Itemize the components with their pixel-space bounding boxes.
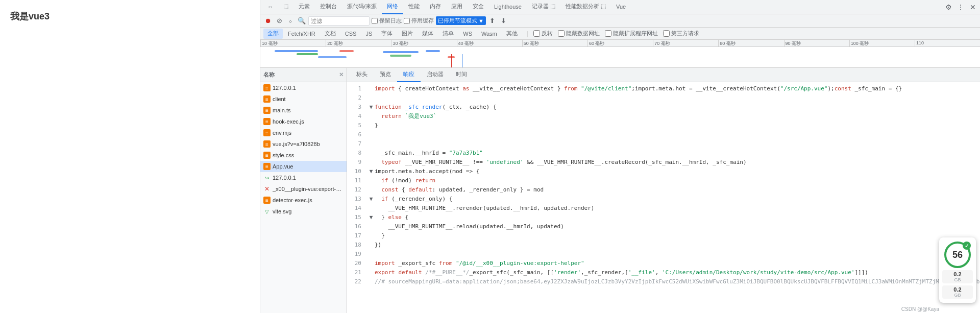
filter-manifest[interactable]: 清单 [438,29,458,39]
perf-score: 56 [952,250,963,260]
preserve-log-checkbox[interactable]: 保留日志 [372,17,402,25]
file-item-x00-plugin[interactable]: ✕ _x00__plugin-vue:export-h... [260,183,347,195]
file-item-vue-js[interactable]: ≡ vue.js?v=a7f0828b [260,138,347,150]
filter-ws[interactable]: WS [459,29,476,39]
tab-timing[interactable]: 时间 [450,68,473,82]
code-line-10: 10 ▼ import.meta.hot.accept(mod => { [347,167,980,176]
tab-security[interactable]: 安全 [468,0,489,14]
record-button[interactable]: ⏺ [263,16,273,26]
clear-button[interactable]: ⊘ [275,16,284,26]
tab-initiator[interactable]: 启动器 [421,68,450,82]
close-devtools-icon[interactable]: ✕ [968,2,978,12]
filter-doc[interactable]: 文档 [321,29,340,39]
hide-data-urls-checkbox[interactable]: 隐藏数据网址 [558,30,600,37]
wf-bar-3 [318,56,347,58]
code-line-6: 6 [347,130,980,139]
filter-toggle-button[interactable]: ⬦ [286,16,295,26]
code-line-22: 22 //# sourceMappingURL=data:application… [347,277,980,286]
search-button[interactable]: 🔍 [297,16,306,26]
export-icon[interactable]: ⬇ [499,16,508,26]
import-icon[interactable]: ⬆ [488,16,497,26]
filter-js[interactable]: JS [361,29,376,39]
tab-inspect[interactable]: ⬚ [278,0,293,14]
file-item-app-vue[interactable]: ≡ App.vue [260,161,347,172]
filter-input[interactable] [308,16,370,26]
file-list-header: 名称 ✕ [260,68,347,82]
throttle-dropdown[interactable]: 已停用节流模式 ▼ [436,16,486,25]
tab-sources[interactable]: 源代码/来源 [342,0,382,14]
file-item-main-ts[interactable]: ≡ main.ts [260,105,347,116]
web-page-panel: 我是vue3 [0,0,260,313]
file-type-icon: ↪ [263,174,271,181]
file-type-icon: ▽ [263,208,271,215]
file-item-127[interactable]: ≡ 127.0.0.1 [260,82,347,93]
filter-wasm[interactable]: Wasm [477,29,501,39]
reverse-checkbox[interactable]: 反转 [533,30,553,37]
tab-network[interactable]: 网络 [382,0,403,14]
code-panel: 标头 预览 响应 启动器 时间 1 import { createHotCont… [347,68,980,313]
wf-bar-1 [275,50,318,52]
tab-headers[interactable]: 标头 [350,68,374,82]
file-type-icon: ✕ [263,185,271,192]
perf-metric-2: 0.2 GB [942,285,973,299]
check-icon: ✓ [963,242,971,250]
tick-30ms: 30 毫秒 [391,40,456,46]
code-line-15: 15 ▼ } else { [347,213,980,222]
timeline-marker [451,54,452,67]
file-item-detector-exec[interactable]: ≡ detector-exec.js [260,195,347,206]
tick-50ms: 50 毫秒 [522,40,587,46]
filter-media[interactable]: 媒体 [418,29,437,39]
filter-image[interactable]: 图片 [398,29,417,39]
lighthouse-perf-widget: 56 ✓ 0.2 GB 0.2 GB [939,237,976,303]
tab-vue[interactable]: Vue [611,0,631,14]
hide-ext-urls-checkbox[interactable]: 隐藏扩展程序网址 [605,30,658,37]
filter-other[interactable]: 其他 [502,29,522,39]
code-line-11: 11 if (!mod) return [347,176,980,185]
waterfall-area [260,47,980,67]
file-name: 127.0.0.1 [273,175,344,181]
file-item-client[interactable]: ≡ client [260,93,347,105]
filter-fetch-xhr[interactable]: Fetch/XHR [284,29,320,39]
disable-cache-checkbox[interactable]: 停用缓存 [404,17,434,25]
filter-font[interactable]: 字体 [377,29,397,39]
file-type-icon: ≡ [263,84,271,91]
timeline-ruler: 10 毫秒 20 毫秒 30 毫秒 40 毫秒 50 毫秒 60 毫秒 70 毫… [260,40,980,47]
code-line-20: 20 import _export_sfc from "/@id/__x00__… [347,259,980,268]
more-options-icon[interactable]: ⋮ [955,2,966,12]
file-list-panel: 名称 ✕ ≡ 127.0.0.1 ≡ client ≡ main.ts ≡ ho… [260,68,347,313]
tab-performance[interactable]: 性能 [403,0,425,14]
settings-icon[interactable]: ⚙ [943,2,953,12]
code-line-2: 2 [347,93,980,103]
close-file-panel-icon[interactable]: ✕ [339,71,344,78]
tab-console[interactable]: 控制台 [315,0,342,14]
toolbar-right-icons: ⚙ ⋮ ✕ [943,2,978,12]
tab-application[interactable]: 应用 [446,0,468,14]
code-line-12: 12 const { default: updated, _rerender_o… [347,185,980,195]
file-name: main.ts [273,107,344,113]
tab-memory[interactable]: 内存 [425,0,446,14]
code-line-18: 18 }) [347,240,980,250]
code-line-21: 21 export default /*#__PURE__*/_export_s… [347,268,980,277]
filter-all[interactable]: 全部 [263,29,283,39]
tab-lighthouse[interactable]: Lighthouse [489,0,527,14]
tab-perf-insights[interactable]: 性能数据分析 ⬚ [560,0,611,14]
file-item-vite-svg[interactable]: ▽ vite.svg [260,206,347,217]
tab-elements[interactable]: 元素 [293,0,315,14]
tick-20ms: 20 毫秒 [326,40,391,46]
filter-css[interactable]: CSS [341,29,361,39]
tab-preview[interactable]: 预览 [374,68,397,82]
file-type-icon: ≡ [263,197,271,204]
file-name: 127.0.0.1 [273,85,344,91]
file-item-env-mjs[interactable]: ≡ env.mjs [260,127,347,138]
tab-recorder[interactable]: 记录器 ⬚ [527,0,560,14]
wf-bar-2 [297,53,318,55]
code-line-5: 5 } [347,121,980,130]
third-party-checkbox[interactable]: 第三方请求 [663,30,699,37]
file-item-127-redirect[interactable]: ↪ 127.0.0.1 [260,172,347,183]
code-line-17: 17 } [347,231,980,240]
network-toolbar: ⏺ ⊘ ⬦ 🔍 保留日志 停用缓存 已停用节流模式 ▼ ⬆ ⬇ [260,14,980,28]
file-item-hook-exec[interactable]: ≡ hook-exec.js [260,116,347,127]
tab-response[interactable]: 响应 [397,68,421,82]
tab-expand[interactable]: ↔ [262,0,278,14]
file-item-style-css[interactable]: ≡ style.css [260,150,347,161]
